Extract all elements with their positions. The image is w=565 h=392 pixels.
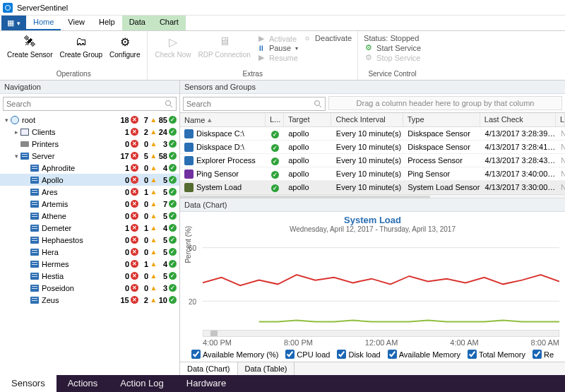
activate-button[interactable]: ▶Activate: [256, 34, 298, 43]
ok-badge: [169, 212, 177, 220]
activate-icon: ▶: [256, 34, 266, 43]
group-by-area[interactable]: Drag a column header here to group by th…: [328, 96, 562, 110]
sensors-search-input[interactable]: [183, 97, 326, 111]
subtab[interactable]: Data (Chart): [180, 362, 238, 375]
footer-tab-hardware[interactable]: Hardware: [175, 375, 237, 392]
ok-badge: [169, 188, 177, 196]
legend-item[interactable]: Re: [533, 350, 554, 359]
sensor-row[interactable]: Diskspace D:\apolloEvery 10 minute(s)Dis…: [180, 141, 565, 154]
tree-node-hera[interactable]: Hera005: [0, 246, 179, 258]
ok-badge: [169, 140, 177, 148]
configure-button[interactable]: ⚙Configure: [108, 32, 141, 59]
error-badge: [131, 188, 138, 196]
rdp-button[interactable]: 🖥RDP Connection: [197, 32, 252, 59]
legend-item[interactable]: Disk load: [337, 350, 380, 359]
menu-tab-chart[interactable]: Chart: [153, 16, 186, 30]
legend-checkbox[interactable]: [337, 350, 346, 359]
legend-checkbox[interactable]: [285, 350, 295, 359]
legend-item[interactable]: Total Memory: [468, 350, 525, 359]
error-badge: [131, 200, 138, 208]
menu-tab-home[interactable]: Home: [26, 16, 61, 30]
sensor-row[interactable]: Explorer ProcessapolloEvery 10 minute(s)…: [180, 154, 565, 167]
navigation-tree[interactable]: ▾root18785▸Clients1224Printers003▾Server…: [0, 114, 179, 375]
play-icon: ▷: [165, 34, 181, 49]
start-service-button[interactable]: ⚙Start Service: [364, 43, 421, 52]
expand-icon[interactable]: ▸: [13, 129, 20, 136]
pause-button[interactable]: ⏸Pause▾: [256, 44, 298, 52]
tree-node-printers[interactable]: Printers003: [0, 138, 179, 150]
legend-checkbox[interactable]: [191, 350, 201, 359]
globe-icon: [10, 115, 20, 125]
tree-node-ares[interactable]: Ares015: [0, 186, 179, 198]
tree-node-zeus[interactable]: Zeus15210: [0, 294, 179, 306]
resume-button[interactable]: ▶Resume: [256, 53, 298, 62]
create-sensor-button[interactable]: 🛰Create Sensor: [6, 32, 54, 59]
footer-tab-action-log[interactable]: Action Log: [109, 375, 174, 392]
warn-badge: [150, 116, 157, 124]
navigation-panel: Navigation ▾root18785▸Clients1224Printer…: [0, 81, 180, 375]
svr-icon: [30, 271, 40, 281]
ok-badge: [169, 260, 177, 268]
menu-tab-view[interactable]: View: [61, 16, 92, 30]
nav-search-input[interactable]: [3, 97, 177, 111]
legend-checkbox[interactable]: [468, 350, 477, 359]
status-ok-icon: [271, 144, 279, 152]
tree-node-hestia[interactable]: Hestia005: [0, 270, 179, 282]
tree-node-apollo[interactable]: Apollo005: [0, 174, 179, 186]
legend-item[interactable]: CPU load: [285, 350, 330, 359]
expand-icon[interactable]: ▾: [13, 153, 20, 160]
error-badge: [131, 140, 138, 148]
tree-node-athene[interactable]: Athene005: [0, 210, 179, 222]
tree-node-artemis[interactable]: Artemis007: [0, 198, 179, 210]
grid-header[interactable]: Name ▴ L... Target Check Interval Type L…: [180, 113, 565, 127]
svr-icon: [30, 247, 40, 257]
tree-node-server[interactable]: ▾Server17558: [0, 150, 179, 162]
sensor-row[interactable]: Diskspace C:\apolloEvery 10 minute(s)Dis…: [180, 127, 565, 141]
error-badge: [131, 176, 138, 184]
ribbon-group-service: Status: Stopped ⚙Start Service ⚙Stop Ser…: [358, 31, 427, 80]
legend-item[interactable]: Available Memory (%): [191, 350, 278, 359]
tree-node-poseidon[interactable]: Poseidon003: [0, 282, 179, 294]
menu-tab-help[interactable]: Help: [92, 16, 122, 30]
subtab[interactable]: Data (Table): [238, 362, 295, 375]
warn-badge: [150, 260, 157, 268]
chart-subtabs: Data (Chart)Data (Table): [180, 362, 565, 375]
warn-badge: [150, 212, 157, 220]
tree-node-aphrodite[interactable]: Aphrodite104: [0, 162, 179, 174]
menu-tab-data[interactable]: Data: [122, 16, 153, 30]
footer-tab-sensors[interactable]: Sensors: [0, 375, 56, 392]
create-group-button[interactable]: 🗂Create Group: [58, 32, 104, 59]
chart-scrollbar[interactable]: [203, 330, 559, 337]
file-menu-button[interactable]: ▦ ▾: [1, 16, 26, 30]
error-badge: [131, 128, 138, 136]
svr-icon: [30, 223, 40, 233]
pc-icon: [20, 127, 30, 137]
stop-service-button[interactable]: ⚙Stop Service: [364, 53, 421, 62]
svr-icon: [30, 199, 40, 209]
warn-badge: [150, 164, 157, 172]
tree-node-root[interactable]: ▾root18785: [0, 114, 179, 126]
legend-item[interactable]: Available Memory: [388, 350, 460, 359]
ok-badge: [169, 128, 177, 136]
horizontal-scrollbar[interactable]: [180, 194, 565, 198]
x-axis-ticks: 4:00 PM8:00 PM12:00 AM4:00 AM8:00 AM: [203, 338, 559, 347]
sensor-icon: [184, 156, 194, 165]
footer-tab-actions[interactable]: Actions: [56, 375, 109, 392]
error-badge: [131, 152, 138, 160]
tree-node-demeter[interactable]: Demeter114: [0, 222, 179, 234]
expand-icon[interactable]: ▾: [3, 117, 10, 124]
sensor-row[interactable]: Ping SensorapolloEvery 10 minute(s)Ping …: [180, 167, 565, 181]
tree-node-hermes[interactable]: Hermes014: [0, 258, 179, 270]
ok-badge: [169, 176, 177, 184]
legend-checkbox[interactable]: [533, 350, 542, 359]
sensor-row[interactable]: System LoadapolloEvery 10 minute(s)Syste…: [180, 181, 565, 194]
svr-icon: [30, 175, 40, 185]
deactivate-button[interactable]: ○Deactivate: [302, 34, 352, 42]
warn-badge: [150, 248, 157, 256]
status-ok-icon: [271, 158, 279, 165]
legend-checkbox[interactable]: [388, 350, 397, 359]
check-now-button[interactable]: ▷Check Now: [153, 32, 192, 59]
tree-node-hephaestos[interactable]: Hephaestos005: [0, 234, 179, 246]
ok-badge: [169, 284, 177, 292]
tree-node-clients[interactable]: ▸Clients1224: [0, 126, 179, 138]
